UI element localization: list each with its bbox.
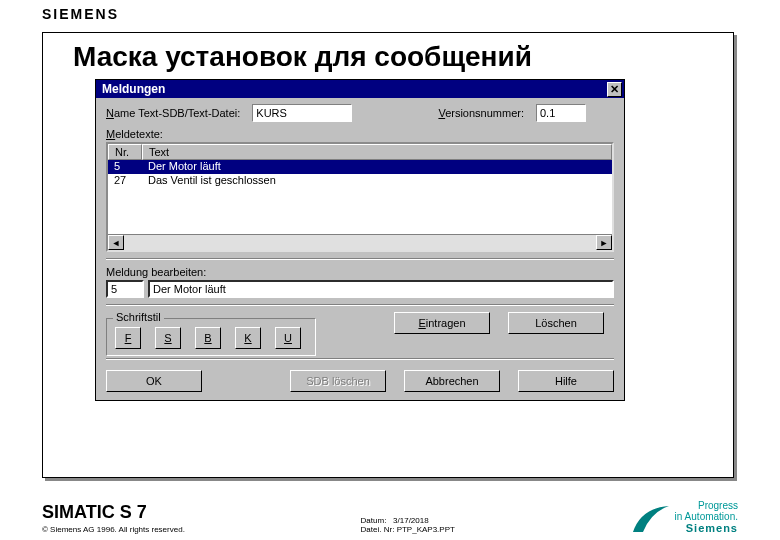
message-list[interactable]: Nr. Text 5Der Motor läuft27Das Ventil is…: [106, 142, 614, 252]
version-input[interactable]: [536, 104, 586, 122]
swoosh-icon: [631, 504, 671, 534]
list-header: Nr. Text: [108, 144, 612, 160]
hilfe-button[interactable]: Hilfe: [518, 370, 614, 392]
ok-button[interactable]: OK: [106, 370, 202, 392]
copyright: © Siemens AG 1996. All rights reserved.: [42, 525, 185, 534]
style-u-button[interactable]: U: [275, 327, 301, 349]
sdb-loeschen-button[interactable]: SDB löschen: [290, 370, 386, 392]
edit-nr-input[interactable]: [106, 280, 144, 298]
close-icon[interactable]: ✕: [607, 82, 622, 97]
row-text: Das Ventil ist geschlossen: [142, 174, 612, 188]
edit-text-input[interactable]: [148, 280, 614, 298]
col-nr: Nr.: [108, 144, 142, 160]
row-text: Der Motor läuft: [142, 160, 612, 174]
brand-logo: SIEMENS: [42, 6, 119, 22]
name-label: Name Text-SDB/Text-Datei:: [106, 107, 240, 119]
loeschen-button[interactable]: Löschen: [508, 312, 604, 334]
progress-logo: Progress in Automation. Siemens: [631, 500, 738, 534]
scroll-left-icon[interactable]: ◄: [108, 235, 124, 250]
separator-2: [106, 304, 614, 306]
slide-footer: SIMATIC S 7 © Siemens AG 1996. All right…: [42, 500, 738, 534]
list-row[interactable]: 27Das Ventil ist geschlossen: [108, 174, 612, 188]
group-title: Schriftstil: [113, 311, 164, 323]
slide-title: Маска установок для сообщений: [73, 41, 733, 73]
row-nr: 27: [108, 174, 142, 188]
schriftstil-group: Schriftstil F S B K U: [106, 318, 316, 356]
scroll-right-icon[interactable]: ►: [596, 235, 612, 250]
separator: [106, 258, 614, 260]
dialog-titlebar: Meldungen ✕: [96, 80, 624, 98]
version-label: Versionsnummer:: [438, 107, 524, 119]
separator-3: [106, 358, 614, 360]
style-k-button[interactable]: K: [235, 327, 261, 349]
meldungen-dialog: Meldungen ✕ Name Text-SDB/Text-Datei: Ve…: [95, 79, 625, 401]
product-name: SIMATIC S 7: [42, 502, 185, 523]
style-f-button[interactable]: F: [115, 327, 141, 349]
scroll-track[interactable]: [124, 235, 596, 250]
row-nr: 5: [108, 160, 142, 174]
slide-frame: Маска установок для сообщений Meldungen …: [42, 32, 734, 478]
meldetexte-label: Meldetexte:: [106, 128, 614, 140]
name-input[interactable]: [252, 104, 352, 122]
horizontal-scrollbar[interactable]: ◄ ►: [108, 234, 612, 250]
style-b-button[interactable]: B: [195, 327, 221, 349]
dialog-title: Meldungen: [102, 82, 165, 96]
style-s-button[interactable]: S: [155, 327, 181, 349]
eintragen-button[interactable]: Eintragen: [394, 312, 490, 334]
edit-label: Meldung bearbeiten:: [106, 266, 614, 278]
slide-meta: Datum: 3/17/2018 Datei. Nr: PTP_KAP3.PPT: [361, 516, 455, 534]
col-text: Text: [142, 144, 612, 160]
abbrechen-button[interactable]: Abbrechen: [404, 370, 500, 392]
list-row[interactable]: 5Der Motor läuft: [108, 160, 612, 174]
